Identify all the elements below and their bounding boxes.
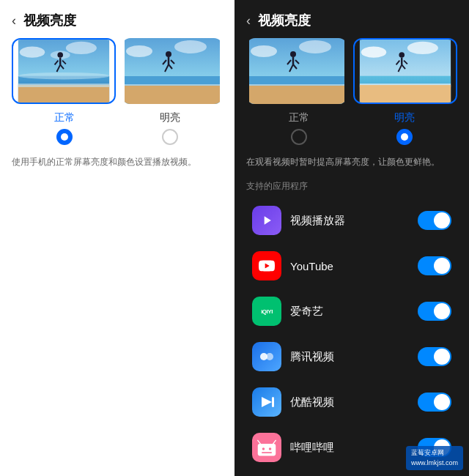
app-name-tencent: 腾讯视频 — [290, 350, 409, 364]
left-option-bright[interactable]: 明亮 — [117, 111, 223, 145]
left-radio-bright[interactable] — [162, 129, 178, 145]
right-panel: ‹ 视频亮度 — [234, 0, 469, 476]
svg-rect-6 — [18, 85, 109, 103]
svg-point-58 — [262, 447, 265, 450]
app-icon-youku — [252, 387, 281, 417]
app-item-tencent[interactable]: 腾讯视频 — [243, 335, 460, 379]
svg-marker-55 — [262, 397, 272, 407]
svg-rect-57 — [258, 444, 276, 455]
left-title: 视频亮度 — [23, 12, 76, 29]
right-radio-bright-inner — [401, 133, 408, 141]
right-option-bright-label: 明亮 — [394, 111, 415, 124]
left-option-normal-label: 正常 — [54, 111, 75, 124]
app-name-youtube: YouTube — [290, 260, 409, 272]
left-image-row — [0, 38, 234, 111]
svg-line-61 — [258, 440, 261, 444]
watermark-site: 蓝莓安卓网 — [411, 448, 458, 458]
app-name-iqiyi: 爱奇艺 — [290, 305, 409, 319]
svg-point-54 — [266, 353, 273, 360]
right-header: ‹ 视频亮度 — [234, 0, 469, 38]
right-option-normal[interactable]: 正常 — [246, 111, 352, 145]
app-item-video-player[interactable]: 视频播放器 — [243, 198, 460, 242]
svg-rect-60 — [262, 452, 272, 453]
left-thumb-bright[interactable] — [122, 38, 223, 104]
svg-rect-43 — [360, 85, 451, 103]
svg-point-8 — [57, 52, 63, 58]
toggle-youku[interactable] — [418, 393, 451, 412]
app-item-youtube[interactable]: YouTube — [243, 244, 460, 288]
watermark-url: www.lmkjst.com — [411, 458, 458, 469]
left-header: ‹ 视频亮度 — [0, 0, 234, 38]
right-back-icon[interactable]: ‹ — [246, 13, 251, 29]
svg-point-5 — [18, 72, 109, 80]
app-item-iqiyi[interactable]: iQIYI 爱奇艺 — [243, 289, 460, 333]
left-option-bright-label: 明亮 — [160, 111, 180, 124]
left-options-row: 正常 明亮 — [0, 111, 234, 151]
section-label: 支持的应用程序 — [234, 168, 469, 198]
app-name-youku: 优酷视频 — [290, 395, 409, 409]
app-list: 视频播放器 YouTube iQIYI 爱奇艺 — [234, 198, 469, 476]
left-back-icon[interactable]: ‹ — [12, 13, 16, 29]
right-image-row — [234, 38, 469, 111]
svg-point-1 — [20, 47, 45, 58]
toggle-iqiyi[interactable] — [418, 302, 451, 321]
svg-point-15 — [126, 45, 152, 57]
left-radio-normal-inner — [61, 133, 68, 141]
right-description: 在观看视频时暂时提高屏幕亮度，让颜色更鲜艳。 — [234, 151, 469, 168]
app-name-bilibili: 哔哩哔哩 — [290, 441, 409, 455]
right-radio-bright[interactable] — [396, 129, 413, 145]
right-thumb-bright[interactable] — [353, 38, 457, 104]
app-icon-tencent — [252, 342, 281, 371]
svg-point-39 — [361, 47, 386, 58]
svg-point-44 — [399, 52, 405, 58]
app-icon-bilibili — [252, 433, 281, 462]
left-thumb-normal[interactable] — [12, 38, 116, 104]
right-option-bright[interactable]: 明亮 — [352, 111, 457, 145]
app-icon-youtube — [252, 251, 281, 280]
svg-rect-31 — [249, 86, 344, 104]
left-panel: ‹ 视频亮度 — [0, 0, 234, 476]
app-icon-iqiyi: iQIYI — [252, 297, 281, 326]
watermark: 蓝莓安卓网 www.lmkjst.com — [406, 446, 463, 470]
left-description: 使用手机的正常屏幕亮度和颜色设置播放视频。 — [0, 151, 234, 168]
toggle-tencent[interactable] — [418, 347, 451, 366]
svg-point-59 — [269, 447, 272, 450]
right-radio-normal[interactable] — [291, 129, 307, 145]
svg-point-28 — [299, 40, 331, 53]
app-item-youku[interactable]: 优酷视频 — [243, 380, 460, 424]
app-icon-video-player — [252, 206, 281, 235]
svg-point-2 — [66, 42, 97, 54]
toggle-video-player[interactable] — [418, 211, 451, 230]
svg-marker-50 — [265, 216, 271, 225]
left-radio-normal[interactable] — [56, 129, 73, 145]
svg-point-27 — [251, 45, 277, 57]
svg-rect-7 — [18, 83, 109, 87]
svg-rect-19 — [125, 86, 220, 104]
right-thumb-normal[interactable] — [246, 38, 347, 104]
right-option-normal-label: 正常 — [289, 111, 309, 124]
left-option-normal[interactable]: 正常 — [12, 111, 117, 145]
right-title: 视频亮度 — [258, 12, 311, 29]
app-name-video-player: 视频播放器 — [290, 214, 409, 228]
right-options-row: 正常 明亮 — [234, 111, 469, 151]
svg-rect-56 — [272, 397, 274, 407]
svg-point-20 — [166, 51, 171, 57]
svg-point-16 — [174, 40, 207, 53]
toggle-youtube[interactable] — [418, 256, 451, 275]
svg-point-32 — [290, 51, 296, 57]
svg-point-40 — [407, 42, 438, 54]
svg-line-62 — [273, 440, 276, 444]
